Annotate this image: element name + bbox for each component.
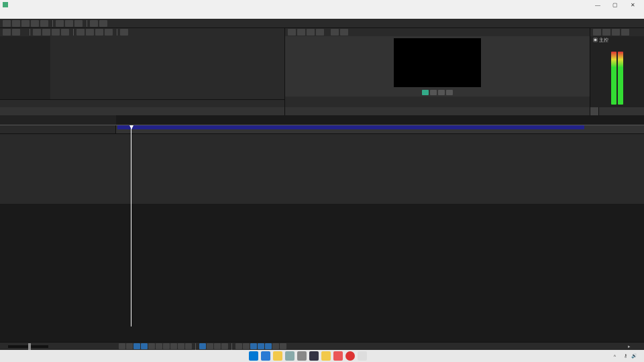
project-media-panel: [0, 28, 285, 115]
pv-fx[interactable]: [307, 29, 315, 36]
tp-prev[interactable]: [178, 343, 184, 349]
tb-cut[interactable]: [56, 20, 64, 27]
tray-chevron[interactable]: ^: [614, 354, 616, 359]
exp-capture[interactable]: [12, 29, 20, 36]
pv-props[interactable]: [288, 29, 296, 36]
taskbar-app2[interactable]: [321, 351, 331, 361]
tb-undo[interactable]: [90, 20, 98, 27]
timeline-ruler[interactable]: [116, 125, 644, 133]
tb-new[interactable]: [3, 20, 11, 27]
meter-right: [618, 52, 623, 105]
auto-ripple[interactable]: [243, 343, 250, 349]
app-icon: [3, 2, 8, 7]
tb-copy[interactable]: [65, 20, 73, 27]
menubar: [0, 9, 644, 19]
tab-master-bus[interactable]: [590, 107, 599, 115]
maximize-button[interactable]: ▢: [606, 2, 624, 8]
tool-sel[interactable]: [214, 343, 221, 349]
marker-bar[interactable]: [116, 115, 644, 125]
rate-slider[interactable]: [8, 345, 48, 348]
tool-zoom[interactable]: [221, 343, 228, 349]
loop-region[interactable]: [117, 125, 584, 129]
mb-dim[interactable]: [612, 29, 620, 36]
mb-mute[interactable]: [593, 29, 601, 36]
close-button[interactable]: ✕: [624, 2, 641, 8]
exp-v4[interactable]: [105, 29, 113, 36]
playhead[interactable]: [131, 125, 131, 326]
tb-redo[interactable]: [99, 20, 107, 27]
main-toolbar: [0, 19, 644, 28]
explorer-status: [0, 99, 284, 107]
taskbar-app1[interactable]: [285, 351, 294, 361]
media-file-grid: [50, 36, 284, 99]
start-button[interactable]: [249, 351, 258, 361]
pv-ext[interactable]: [297, 29, 305, 36]
auto-save[interactable]: [265, 343, 272, 349]
windows-taskbar: ^ ⚷ 🔊: [0, 350, 644, 362]
tp-loop[interactable]: [126, 343, 133, 349]
exp-import[interactable]: [3, 29, 11, 36]
tb-render[interactable]: [31, 20, 39, 27]
tb-save[interactable]: [21, 20, 30, 27]
explorer-tabs: [0, 107, 284, 115]
exp-remove[interactable]: [33, 29, 41, 36]
media-tree: [0, 36, 50, 99]
pv-pause[interactable]: [430, 90, 437, 95]
lock-env[interactable]: [272, 343, 279, 349]
transport-bar: [119, 343, 628, 350]
tool-env[interactable]: [207, 343, 213, 349]
meter-left: [611, 52, 616, 105]
pv-stop[interactable]: [438, 90, 445, 95]
auto-xfade[interactable]: [250, 343, 257, 349]
tp-record[interactable]: [119, 343, 125, 349]
pv-snap[interactable]: [340, 29, 348, 36]
pv-menu[interactable]: [446, 90, 453, 95]
taskbar-edge[interactable]: [261, 351, 270, 361]
explorer-toolbar: [0, 28, 284, 36]
tray-wifi-icon[interactable]: ⚷: [624, 353, 627, 359]
tp-pause[interactable]: [148, 343, 155, 349]
taskbar-app4[interactable]: [358, 351, 367, 361]
timeline-empty[interactable]: [0, 134, 644, 204]
tb-paste[interactable]: [74, 20, 83, 27]
tp-play[interactable]: [141, 343, 148, 349]
mb-solo[interactable]: [602, 29, 610, 36]
exp-v1[interactable]: [76, 29, 85, 36]
tp-end[interactable]: [170, 343, 177, 349]
tp-play-start[interactable]: [133, 343, 140, 349]
pv-split[interactable]: [316, 29, 324, 36]
tp-stop[interactable]: [156, 343, 162, 349]
preview-transport: [285, 88, 590, 97]
pv-play[interactable]: [422, 90, 429, 95]
ignore-group[interactable]: [280, 343, 286, 349]
tool-normal[interactable]: [199, 343, 206, 349]
exp-fx[interactable]: [52, 29, 60, 36]
master-bus-panel: ▣ 主控: [590, 28, 644, 115]
taskbar-settings[interactable]: [297, 351, 307, 361]
taskbar-explorer[interactable]: [273, 351, 282, 361]
master-label: ▣ 主控: [590, 36, 644, 43]
video-preview-panel: [285, 28, 590, 115]
tp-next[interactable]: [185, 343, 192, 349]
tb-props[interactable]: [40, 20, 48, 27]
tb-open[interactable]: [12, 20, 20, 27]
quant-frames[interactable]: [258, 343, 264, 349]
tp-start[interactable]: [163, 343, 170, 349]
taskbar-app3[interactable]: [333, 351, 343, 361]
minimize-button[interactable]: —: [589, 2, 606, 8]
exp-v3[interactable]: [95, 29, 103, 36]
snap-toggle[interactable]: [235, 343, 242, 349]
pv-overlay[interactable]: [331, 29, 339, 36]
taskbar-rec[interactable]: [345, 351, 355, 361]
exp-v2[interactable]: [86, 29, 94, 36]
exp-refresh[interactable]: [61, 29, 69, 36]
taskbar-vegas[interactable]: [309, 351, 319, 361]
tray-vol-icon[interactable]: 🔊: [631, 353, 637, 359]
mb-dl[interactable]: [621, 29, 629, 36]
video-preview: [394, 38, 481, 87]
exp-search[interactable]: [120, 29, 128, 36]
exp-props[interactable]: [42, 29, 50, 36]
